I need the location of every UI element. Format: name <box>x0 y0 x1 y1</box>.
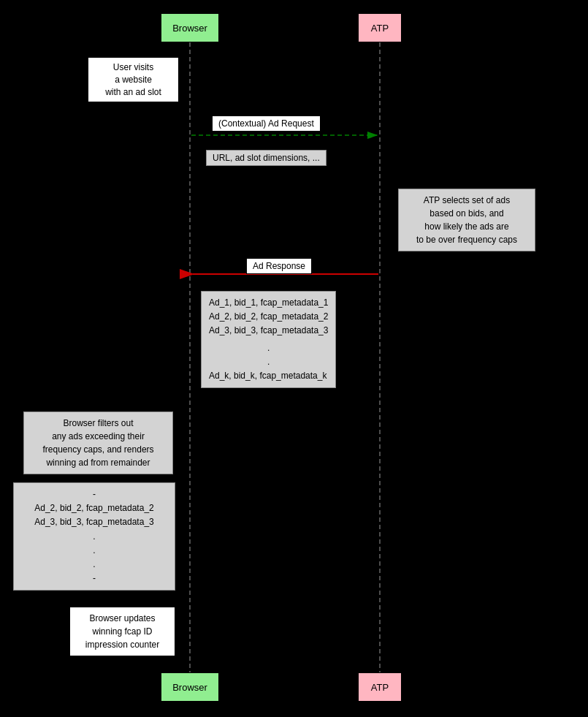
browser-label-top: Browser <box>172 23 207 34</box>
filtered-line3: Ad_3, bid_3, fcap_metadata_3 <box>20 515 169 529</box>
atp-label-top: ATP <box>371 23 389 34</box>
ad-list-line1: Ad_1, bid_1, fcap_metadata_1 <box>209 296 328 310</box>
browser-filters-text: Browser filters out any ads exceeding th… <box>42 418 153 468</box>
url-dimensions-text: URL, ad slot dimensions, ... <box>213 153 320 163</box>
filtered-dot2: . <box>20 544 169 558</box>
note-atp-selects: ATP selects set of ads based on bids, an… <box>398 189 535 251</box>
note-browser-filters: Browser filters out any ads exceeding th… <box>23 411 173 474</box>
ad-list-dots1: . <box>209 341 328 355</box>
atp-selects-text: ATP selects set of ads based on bids, an… <box>416 195 517 245</box>
note-url-dimensions: URL, ad slot dimensions, ... <box>206 150 327 166</box>
contextual-ad-request-text: (Contextual) Ad Request <box>218 118 314 129</box>
filtered-dot1: . <box>20 530 169 544</box>
ad-response-text: Ad Response <box>253 261 305 271</box>
ad-list-dots2: . <box>209 355 328 369</box>
filtered-dot3: . <box>20 558 169 572</box>
filtered-dash1: - <box>20 488 169 501</box>
lifeline-browser-bottom: Browser <box>161 672 219 702</box>
note-filtered-list: - Ad_2, bid_2, fcap_metadata_2 Ad_3, bid… <box>13 482 175 591</box>
browser-label-bottom: Browser <box>172 682 207 693</box>
browser-updates-text: Browser updates winning fcap ID impressi… <box>85 613 159 650</box>
lifeline-atp-top: ATP <box>358 13 402 42</box>
ad-list-line3: Ad_3, bid_3, fcap_metadata_3 <box>209 324 328 338</box>
note-ad-response: Ad Response <box>246 258 312 274</box>
note-user-visit: User visits a website with an ad slot <box>88 57 179 102</box>
note-contextual-ad-request: (Contextual) Ad Request <box>212 115 321 132</box>
diagram-container: Browser ATP Browser ATP User visits a we… <box>0 0 588 717</box>
user-visit-text: User visits a website with an ad slot <box>105 62 161 97</box>
ad-list-line2: Ad_2, bid_2, fcap_metadata_2 <box>209 310 328 324</box>
atp-label-bottom: ATP <box>371 682 389 693</box>
note-ad-list: Ad_1, bid_1, fcap_metadata_1 Ad_2, bid_2… <box>201 291 336 388</box>
filtered-line2: Ad_2, bid_2, fcap_metadata_2 <box>20 501 169 515</box>
filtered-dash2: - <box>20 572 169 585</box>
lifeline-atp-bottom: ATP <box>358 672 402 702</box>
ad-list-line-k: Ad_k, bid_k, fcap_metadata_k <box>209 369 328 383</box>
note-browser-updates: Browser updates winning fcap ID impressi… <box>69 607 175 656</box>
lifeline-browser-top: Browser <box>161 13 219 42</box>
